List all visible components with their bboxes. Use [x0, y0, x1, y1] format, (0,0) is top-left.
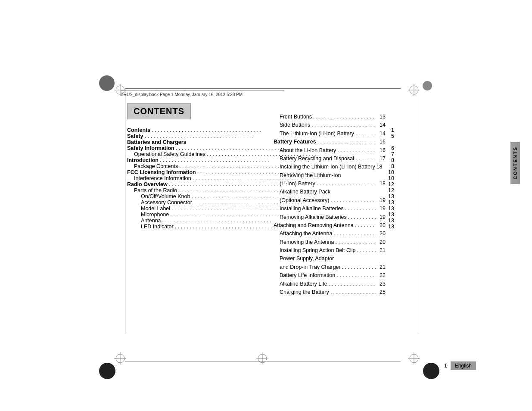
contents-vertical-tab: CONTENTS: [510, 142, 520, 184]
right-toc-dots: . . . . . . . . . . . . . . . . . . . . …: [355, 246, 376, 255]
right-toc-page: 19: [376, 196, 386, 205]
right-toc-dots: . . . . . . . . . . . . . . . . . . . . …: [354, 221, 376, 230]
contents-title-box: CONTENTS: [127, 103, 191, 119]
english-badge: English: [451, 361, 476, 370]
right-toc-page: 22: [376, 271, 386, 280]
toc-label: Safety: [127, 133, 143, 139]
right-toc-dots: . . . . . . . . . . . . . . . . . . . . …: [312, 113, 376, 121]
right-toc-entry: Battery Life Information. . . . . . . . …: [274, 271, 386, 280]
toc-label: On/Off/Volume Knob: [141, 193, 190, 199]
right-toc-page: 20: [376, 230, 386, 238]
right-toc-entry: Battery Features. . . . . . . . . . . . …: [274, 138, 386, 146]
right-toc-dots: . . . . . . . . . . . . . . . . . . . . …: [310, 121, 376, 129]
right-toc-entry: Attaching and Removing Antenna. . . . . …: [274, 221, 386, 230]
toc-page: 13: [386, 218, 394, 224]
right-toc-page: 20: [376, 221, 386, 230]
toc-page: 13: [386, 206, 394, 212]
right-toc-dots: . . . . . . . . . . . . . . . . . . . . …: [344, 205, 376, 213]
right-toc-label: Battery Features: [274, 138, 316, 146]
right-toc-section: Front Buttons. . . . . . . . . . . . . .…: [274, 113, 386, 296]
toc-label: Model Label: [141, 206, 170, 212]
toc-page: 13: [386, 212, 394, 218]
right-toc-page: 16: [376, 146, 386, 155]
right-toc-dots: . . . . . . . . . . . . . . . . . . . . …: [329, 196, 376, 205]
right-toc-page: 19: [376, 205, 386, 213]
right-toc: Front Buttons. . . . . . . . . . . . . .…: [274, 113, 386, 296]
toc-page: 12: [386, 187, 394, 193]
toc-label: Introduction: [127, 157, 159, 163]
right-toc-dots: . . . . . . . . . . . . . . . . . . . . …: [327, 280, 376, 288]
toc-label: Batteries and Chargers: [127, 139, 187, 145]
right-toc-label: Removing the Lithium-Ion: [280, 171, 341, 180]
toc-label: Radio Overview: [127, 181, 168, 187]
right-toc-entry: Side Buttons. . . . . . . . . . . . . . …: [274, 121, 386, 129]
right-toc-entry: Front Buttons. . . . . . . . . . . . . .…: [274, 113, 386, 121]
right-toc-dots: . . . . . . . . . . . . . . . . . . . . …: [354, 130, 376, 138]
right-toc-dots: . . . . . . . . . . . . . . . . . . . . …: [335, 271, 376, 280]
toc-page: 7: [386, 151, 394, 157]
right-toc-entry: Installing the Lithium-Ion (Li-Ion) Batt…: [274, 163, 386, 171]
right-toc-entry: Removing the Antenna. . . . . . . . . . …: [274, 238, 386, 246]
right-toc-label: Battery Life Information: [280, 271, 335, 280]
toc-page: 8: [386, 163, 394, 169]
right-toc-dots: . . . . . . . . . . . . . . . . . . . . …: [329, 288, 376, 296]
right-toc-entry: About the Li-Ion Battery. . . . . . . . …: [274, 146, 386, 155]
right-toc-page: 20: [376, 238, 386, 246]
rule-left: [125, 88, 125, 334]
right-toc-entry: Attaching the Antenna. . . . . . . . . .…: [274, 230, 386, 238]
toc-label: Accessory Connector: [141, 199, 192, 206]
toc-label: Operational Safety Guidelines: [134, 151, 205, 157]
page-container: BRUS_display.book Page 1 Monday, January…: [0, 0, 532, 411]
right-toc-dots: . . . . . . . . . . . . . . . . . . . . …: [316, 138, 376, 146]
right-toc-label: Attaching and Removing Antenna: [274, 221, 354, 230]
right-toc-label: Side Buttons: [280, 121, 310, 129]
right-toc-entry: Alkaline Battery Life. . . . . . . . . .…: [274, 280, 386, 288]
right-toc-page-inline: 18: [376, 163, 383, 171]
right-toc-dots: . . . . . . . . . . . . . . . . . . . . …: [332, 230, 376, 238]
toc-label: Microphone: [141, 212, 169, 218]
right-toc-page: 16: [376, 138, 386, 146]
right-toc-dots: . . . . . . . . . . . . . . . . . . . . …: [315, 180, 376, 188]
right-toc-label: Battery Recycling and Disposal: [280, 155, 354, 163]
right-toc-entry: Installing Spring Action Belt Clip. . . …: [274, 246, 386, 255]
right-toc-entry: Battery Recycling and Disposal. . . . . …: [274, 155, 386, 163]
page-footer: 1 English: [444, 361, 476, 370]
right-toc-page: 21: [376, 246, 386, 255]
right-toc-page: 23: [376, 280, 386, 288]
right-toc-entry: Installing Alkaline Batteries. . . . . .…: [274, 205, 386, 213]
right-toc-label: Alkaline Battery Pack: [280, 188, 330, 196]
right-toc-dots: . . . . . . . . . . . . . . . . . . . . …: [341, 263, 376, 271]
toc-page: 5: [386, 133, 394, 139]
right-toc-label: About the Li-Ion Battery: [280, 146, 336, 155]
right-toc-page: 18: [376, 180, 386, 188]
right-toc-dots: . . . . . . . . . . . . . . . . . . . . …: [334, 238, 376, 246]
right-toc-label: Attaching the Antenna: [280, 230, 332, 238]
right-toc-page: 19: [376, 213, 386, 221]
right-toc-page: 21: [376, 263, 386, 271]
reg-mark-bottom-center: [256, 352, 268, 366]
right-toc-page: 13: [376, 113, 386, 121]
toc-page: 10: [386, 175, 394, 181]
right-toc-label: Power Supply, Adaptor: [280, 255, 334, 263]
rule-bottom: [125, 361, 401, 361]
page-number: 1: [444, 363, 447, 369]
file-info: BRUS_display.book Page 1 Monday, January…: [121, 90, 284, 97]
right-toc-entry: and Drop-in Tray Charger. . . . . . . . …: [274, 263, 386, 271]
right-toc-label: Removing Alkaline Batteries: [280, 213, 347, 221]
right-toc-label: (Li-Ion) Battery: [280, 180, 315, 188]
deco-circle-top-left-outer: [99, 75, 115, 91]
toc-page: 13: [386, 224, 394, 230]
toc-page: 6: [386, 145, 394, 151]
right-toc-entry: Removing Alkaline Batteries. . . . . . .…: [274, 213, 386, 221]
toc-page: 13: [386, 193, 394, 199]
right-toc-page: 25: [376, 288, 386, 296]
right-toc-page: 17: [376, 155, 386, 163]
toc-label: Parts of the Radio: [134, 187, 177, 193]
deco-circle-bottom-right: [423, 363, 439, 379]
right-toc-label: Charging the Battery: [280, 288, 329, 296]
rule-top: [125, 88, 401, 89]
deco-circle-bottom-left: [99, 363, 115, 379]
toc-label: Antenna: [141, 218, 161, 224]
right-toc-label: Alkaline Battery Life: [280, 280, 327, 288]
toc-label: Contents: [127, 127, 150, 133]
